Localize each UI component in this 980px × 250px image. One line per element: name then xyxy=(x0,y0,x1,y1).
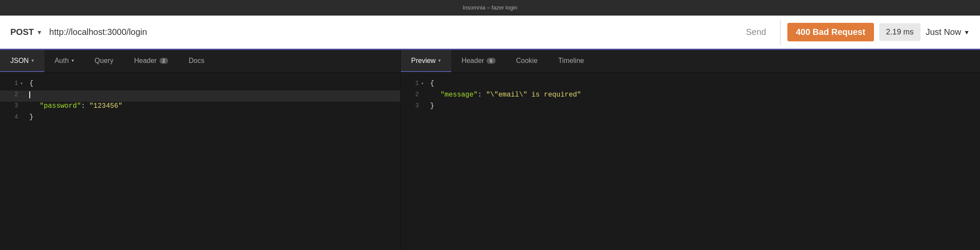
status-badge: 400 Bad Request xyxy=(787,23,874,41)
line-content-4: } xyxy=(26,113,34,121)
tab-auth[interactable]: Auth ▾ xyxy=(44,50,84,72)
tab-query[interactable]: Query xyxy=(84,50,124,72)
right-line-content-3: } xyxy=(427,102,434,110)
left-code-area: 1 ▾ { 2 3 xyxy=(0,72,400,250)
right-code-line-1: 1 ▾ { xyxy=(401,79,980,91)
right-line-num-2: 2 xyxy=(410,91,419,98)
code-line-2: 2 xyxy=(0,91,400,102)
tab-json-chevron-icon: ▾ xyxy=(31,58,34,63)
right-line-content-2: "message": "\"email\" is required" xyxy=(427,91,581,99)
tab-timeline-label: Timeline xyxy=(558,57,584,65)
method-label: POST xyxy=(10,27,34,37)
tab-preview[interactable]: Preview ▾ xyxy=(401,50,451,72)
tab-docs-label: Docs xyxy=(189,57,204,65)
text-cursor xyxy=(29,91,30,98)
title-bar: Insomnia – fazer login xyxy=(0,0,980,16)
right-key-message: "message" xyxy=(440,91,478,99)
tab-cookie[interactable]: Cookie xyxy=(506,50,548,72)
line-content-1: { xyxy=(26,80,34,88)
code-line-3: 3 "password": "123456" xyxy=(0,102,400,113)
right-line-num-1: 1 xyxy=(410,80,419,87)
tab-response-header-label: Header xyxy=(462,57,484,65)
code-line-1: 1 ▾ { xyxy=(0,79,400,91)
time-badge: 2.19 ms xyxy=(879,23,921,41)
url-divider xyxy=(780,19,780,45)
just-now-button[interactable]: Just Now ▼ xyxy=(926,27,970,37)
tab-response-header-badge: 6 xyxy=(487,58,495,64)
tab-response-header[interactable]: Header 6 xyxy=(451,50,506,72)
code-line-4: 4 } xyxy=(0,113,400,124)
right-tab-bar: Preview ▾ Header 6 Cookie Timeline xyxy=(401,50,980,72)
right-code-line-2: 2 "message": "\"email\" is required" xyxy=(401,91,980,102)
line-num-3: 3 xyxy=(9,102,18,109)
line-content-3: "password": "123456" xyxy=(26,102,122,110)
method-chevron-icon: ▼ xyxy=(36,29,42,36)
tab-json-label: JSON xyxy=(10,57,29,65)
left-key-password: "password" xyxy=(40,102,81,110)
line-num-2: 2 xyxy=(9,91,18,98)
tab-preview-label: Preview xyxy=(411,57,436,65)
line-num-1: 1 xyxy=(9,80,18,87)
tab-auth-label: Auth xyxy=(55,57,69,65)
right-line-num-3: 3 xyxy=(410,102,419,109)
right-panel: Preview ▾ Header 6 Cookie Timeline 1 ▾ xyxy=(401,50,980,250)
line-arrow-1: ▾ xyxy=(19,81,24,86)
line-content-2 xyxy=(26,91,30,99)
right-code-line-3: 3 } xyxy=(401,102,980,113)
main-area: JSON ▾ Auth ▾ Query Header 2 Docs 1 xyxy=(0,50,980,250)
tab-header-label: Header xyxy=(134,57,156,65)
url-bar: POST ▼ Send 400 Bad Request 2.19 ms Just… xyxy=(0,16,980,50)
tab-docs[interactable]: Docs xyxy=(178,50,215,72)
tab-cookie-label: Cookie xyxy=(516,57,538,65)
title-bar-text: Insomnia – fazer login xyxy=(462,4,517,11)
just-now-chevron-icon: ▼ xyxy=(964,29,970,36)
line-num-4: 4 xyxy=(9,113,18,120)
right-val-message: "\"email\" is required" xyxy=(486,91,581,99)
method-selector[interactable]: POST ▼ xyxy=(10,27,42,37)
tab-timeline[interactable]: Timeline xyxy=(548,50,594,72)
tab-preview-chevron-icon: ▾ xyxy=(438,58,441,63)
url-input[interactable] xyxy=(49,27,732,37)
tab-query-label: Query xyxy=(95,57,114,65)
right-code-area: 1 ▾ { 2 "message": "\"email\" is require… xyxy=(401,72,980,250)
tab-header-badge: 2 xyxy=(159,58,168,64)
tab-header[interactable]: Header 2 xyxy=(124,50,178,72)
tab-auth-chevron-icon: ▾ xyxy=(72,58,74,63)
just-now-label: Just Now xyxy=(926,27,961,37)
left-tab-bar: JSON ▾ Auth ▾ Query Header 2 Docs xyxy=(0,50,400,72)
url-bar-right: 400 Bad Request 2.19 ms Just Now ▼ xyxy=(787,23,970,41)
right-line-arrow-1: ▾ xyxy=(420,81,425,86)
left-panel: JSON ▾ Auth ▾ Query Header 2 Docs 1 xyxy=(0,50,401,250)
left-val-password: "123456" xyxy=(89,102,122,110)
tab-json[interactable]: JSON ▾ xyxy=(0,50,44,72)
send-button[interactable]: Send xyxy=(739,24,773,41)
right-line-content-1: { xyxy=(427,80,434,88)
